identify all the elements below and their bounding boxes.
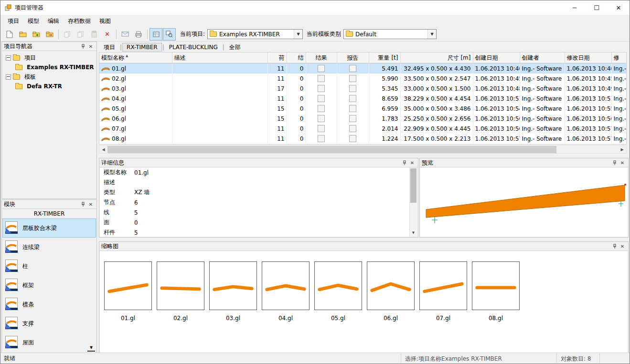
column-header-cb_report[interactable]: 报告 (337, 52, 369, 63)
column-header-name[interactable]: 模型名称▲ (99, 52, 172, 63)
thumbnail-03.gl[interactable]: 03.gl (207, 261, 259, 322)
pin-icon[interactable] (611, 159, 619, 166)
preview-search-toggle[interactable] (163, 28, 176, 41)
chevron-down-icon[interactable]: ▼ (294, 30, 302, 39)
collapse-icon[interactable] (6, 55, 11, 61)
table-row-06.gl[interactable]: 06.gl1501.78325.250 x 0.500 x 2.6561.06.… (99, 114, 627, 124)
checkbox-cb_report[interactable] (349, 75, 356, 82)
checkbox-cb_results[interactable] (318, 105, 325, 112)
close-button[interactable]: ✕ (608, 0, 630, 15)
table-row-01.gl[interactable]: 01.gl1105.49132.495 x 0.500 x 4.4301.06.… (99, 63, 627, 74)
thumbnail-05.gl[interactable]: 05.gl (312, 261, 364, 322)
close-panel-icon[interactable]: ✕ (87, 201, 95, 208)
column-header-load[interactable]: 荷 (267, 52, 287, 63)
checkbox-cb_report[interactable] (349, 135, 356, 142)
checkbox-cb_report[interactable] (349, 105, 356, 112)
close-panel-icon[interactable]: ✕ (87, 43, 95, 50)
delete-button[interactable]: ✕ (101, 28, 114, 41)
module-item-6[interactable]: 支撑 (2, 314, 96, 333)
close-panel-icon[interactable]: ✕ (619, 159, 626, 166)
checkbox-cb_results[interactable] (318, 135, 325, 142)
minimize-button[interactable]: ─ (564, 0, 586, 15)
details-view-toggle[interactable] (149, 28, 162, 41)
menu-item-3[interactable]: 编辑 (43, 15, 64, 27)
checkbox-cb_results[interactable] (318, 125, 325, 132)
menu-item-4[interactable]: 存档数据 (64, 15, 95, 27)
scrollbar-thumb[interactable] (410, 168, 416, 203)
details-scrollbar[interactable]: ▼ (409, 167, 417, 237)
horizontal-scrollbar[interactable]: ◀ ▶ (99, 146, 627, 154)
thumbnail-08.gl[interactable]: 08.gl (470, 261, 522, 322)
cut-button[interactable] (61, 28, 74, 41)
menu-item-2[interactable]: 模型 (23, 15, 43, 27)
new-folder-button[interactable] (30, 28, 43, 41)
column-header-size[interactable]: 尺寸 [m] (400, 52, 473, 63)
table-row-02.gl[interactable]: 02.gl1105.99033.500 x 0.500 x 2.5471.06.… (99, 73, 627, 83)
current-project-combobox[interactable]: Examples RX-TIMBER ▼ (207, 29, 303, 39)
checkbox-cb_report[interactable] (349, 95, 356, 102)
column-header-creator[interactable]: 创建者 (520, 52, 565, 63)
tree-node-default-template[interactable]: Defa RX-TR (3, 82, 96, 91)
thumbnail-04.gl[interactable]: 04.gl (259, 261, 312, 322)
column-header-desc[interactable]: 描述 (172, 52, 267, 63)
module-item-3[interactable]: 柱 (2, 257, 96, 276)
checkbox-cb_results[interactable] (318, 95, 325, 102)
print-button[interactable] (132, 28, 145, 41)
tab-项目[interactable]: 项目 (99, 42, 119, 52)
table-row-08.gl[interactable]: 08.gl1101.22417.500 x 0.500 x 2.2131.06.… (99, 134, 627, 144)
menu-item-5[interactable]: 视图 (95, 15, 115, 27)
table-row-05.gl[interactable]: 05.gl1506.95935.000 x 0.500 x 3.4861.06.… (99, 104, 627, 114)
scrollbar-thumb[interactable] (107, 146, 556, 153)
pin-icon[interactable] (401, 159, 408, 166)
checkbox-cb_results[interactable] (318, 75, 325, 82)
scroll-right-icon[interactable]: ▶ (618, 146, 626, 153)
scroll-down-icon[interactable]: ▼ (410, 230, 417, 236)
collapse-icon[interactable] (6, 74, 11, 80)
checkbox-cb_report[interactable] (349, 115, 356, 122)
thumbnail-07.gl[interactable]: 07.gl (417, 261, 470, 322)
column-header-cb_results[interactable]: 结果 (306, 52, 337, 63)
checkbox-cb_results[interactable] (318, 115, 325, 122)
pin-icon[interactable] (611, 243, 619, 250)
open-project-button[interactable] (16, 28, 29, 41)
pin-icon[interactable] (79, 43, 87, 50)
template-category-combobox[interactable]: Default ▼ (343, 29, 437, 39)
thumbnail-01.gl[interactable]: 01.gl (102, 261, 154, 322)
archive-folder-button[interactable] (43, 28, 56, 41)
close-panel-icon[interactable]: ✕ (408, 159, 416, 166)
scroll-left-icon[interactable]: ◀ (99, 146, 107, 153)
tab-全部[interactable]: 全部 (225, 42, 245, 52)
thumbnail-02.gl[interactable]: 02.gl (154, 261, 207, 322)
copy-button[interactable] (74, 28, 87, 41)
new-button[interactable] (3, 28, 16, 41)
module-item-2[interactable]: 连续梁 (2, 238, 96, 257)
export-button[interactable] (118, 28, 131, 41)
menu-item-1[interactable]: 项目 (3, 15, 23, 27)
maximize-button[interactable]: ☐ (586, 0, 608, 15)
tab-RX-TIMBER[interactable]: RX-TIMBER (122, 43, 162, 52)
paste-button[interactable] (87, 28, 100, 41)
column-header-created[interactable]: 创建日期 (473, 52, 520, 63)
tree-node-projects[interactable]: 项目 (3, 53, 96, 62)
scroll-down-icon[interactable]: ▼ (87, 344, 95, 352)
checkbox-cb_report[interactable] (349, 125, 356, 132)
tree-node-examples-project[interactable]: Examples RX-TIMBER (3, 62, 96, 72)
table-row-07.gl[interactable]: 07.gl1102.01422.909 x 0.500 x 4.4451.06.… (99, 124, 627, 134)
tab-PLATE-BUCKLING[interactable]: PLATE-BUCKLING (165, 43, 222, 52)
column-header-weight[interactable]: 重量 [t] (369, 52, 400, 63)
module-item-7[interactable]: 屋面 (2, 333, 96, 352)
close-panel-icon[interactable]: ✕ (619, 243, 626, 250)
table-row-03.gl[interactable]: 03.gl1705.34533.000 x 0.500 x 1.5001.06.… (99, 83, 627, 94)
pin-icon[interactable] (79, 201, 87, 208)
module-item-4[interactable]: 框架 (2, 276, 96, 295)
tree-node-templates[interactable]: 模板 (3, 72, 96, 82)
chevron-down-icon[interactable]: ▼ (427, 30, 436, 39)
table-row-04.gl[interactable]: 04.gl1108.65938.229 x 0.500 x 4.4541.06.… (99, 94, 627, 104)
checkbox-cb_report[interactable] (349, 65, 356, 72)
checkbox-cb_results[interactable] (318, 65, 325, 72)
column-header-modified[interactable]: 修改日期 (565, 52, 611, 63)
module-item-1[interactable]: 层板胶合木梁 (2, 218, 96, 238)
module-item-5[interactable]: 檩条 (2, 295, 96, 314)
checkbox-cb_report[interactable] (349, 85, 356, 92)
thumbnail-06.gl[interactable]: 06.gl (364, 261, 417, 322)
